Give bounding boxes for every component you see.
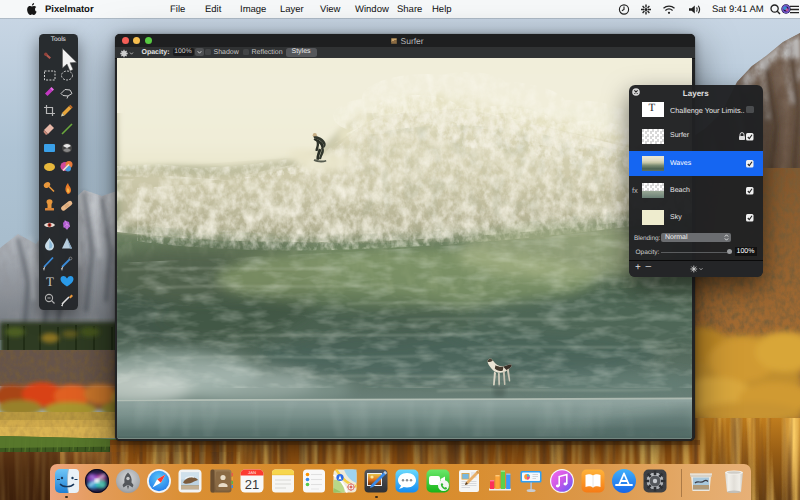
svg-text:Sat 9:41 AM: Sat 9:41 AM	[712, 4, 764, 15]
svg-text:T: T	[46, 274, 54, 289]
svg-text:21: 21	[245, 477, 259, 492]
svg-text:JAN: JAN	[248, 470, 256, 475]
